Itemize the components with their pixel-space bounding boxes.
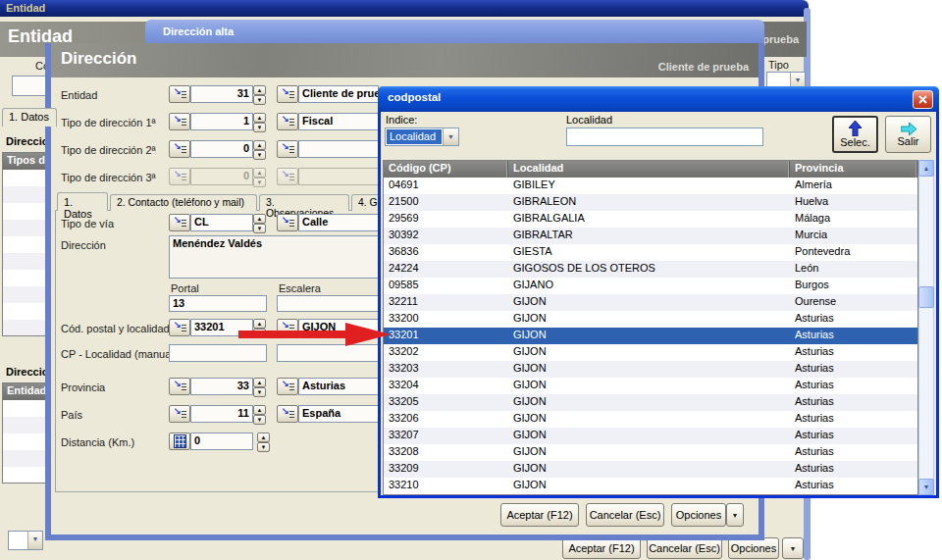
table-row[interactable]: 24224GIGOSOS DE LOS OTEROSLeón bbox=[384, 261, 917, 278]
pais-spinner[interactable]: ▲▼ bbox=[253, 405, 266, 423]
spinner-up-icon[interactable]: ▲ bbox=[253, 85, 266, 95]
escalera-field[interactable] bbox=[277, 295, 379, 312]
pais-lookup-button[interactable] bbox=[169, 405, 190, 423]
tipo1-lookup-button[interactable] bbox=[169, 113, 190, 130]
bg-cancelar-button[interactable]: Cancelar (Esc) bbox=[647, 537, 722, 559]
pais-name-lookup-button[interactable] bbox=[277, 405, 298, 423]
tipo2-spinner[interactable]: ▲▼ bbox=[253, 140, 266, 158]
indice-combobox[interactable]: Localidad ▼ bbox=[385, 127, 459, 146]
bg-bottom-combobox[interactable]: ▼ bbox=[8, 531, 43, 550]
entidad-lookup-button[interactable] bbox=[169, 85, 190, 103]
table-row[interactable]: 33208GIJONAsturias bbox=[384, 444, 917, 461]
table-row[interactable]: 33206GIJONAsturias bbox=[384, 411, 917, 428]
table-row[interactable]: 04691GIBILEYAlmería bbox=[384, 178, 917, 194]
table-row[interactable]: 33204GIJONAsturias bbox=[384, 378, 917, 394]
tipo-via-name-field[interactable]: Calle bbox=[298, 214, 379, 231]
entidad-spinner[interactable]: ▲▼ bbox=[253, 85, 266, 103]
provincia-name-lookup-button[interactable] bbox=[277, 378, 298, 395]
spinner-down-icon[interactable]: ▼ bbox=[253, 150, 266, 160]
table-row[interactable]: 36836GIESTAPontevedra bbox=[384, 244, 917, 261]
tab-observaciones[interactable]: 3. Observaciones bbox=[259, 194, 349, 211]
provincia-code-field[interactable]: 33 bbox=[190, 378, 253, 395]
distancia-spinner[interactable]: ▲▼ bbox=[257, 433, 270, 450]
column-header-codigo[interactable]: Código (CP) bbox=[384, 161, 508, 178]
selec-button[interactable]: Selec. bbox=[832, 116, 878, 153]
tipo-via-name-lookup-button[interactable] bbox=[277, 214, 298, 231]
tab-datos[interactable]: 1. Datos bbox=[57, 192, 108, 211]
tipo1-name-field[interactable]: Fiscal bbox=[298, 113, 379, 130]
entidad-tab-datos[interactable]: 1. Datos bbox=[2, 108, 57, 127]
tab-contacto[interactable]: 2. Contacto (teléfono y mail) bbox=[110, 194, 257, 211]
distancia-calculator-button[interactable] bbox=[169, 433, 190, 450]
spinner-down-icon[interactable]: ▼ bbox=[253, 123, 266, 132]
chevron-down-icon[interactable]: ▼ bbox=[27, 532, 42, 549]
table-row[interactable]: 29569GIBRALGALIAMálaga bbox=[384, 211, 917, 228]
portal-field[interactable]: 13 bbox=[169, 295, 267, 312]
table-row[interactable]: 30392GIBRALTARMurcia bbox=[384, 228, 917, 244]
direccion-alta-titlebar[interactable]: Dirección alta bbox=[145, 20, 764, 45]
spinner-up-icon[interactable]: ▲ bbox=[253, 378, 266, 387]
cod-postal-lookup-button[interactable] bbox=[169, 319, 190, 336]
dir-opciones-button[interactable]: Opciones bbox=[671, 503, 726, 527]
spinner-down-icon[interactable]: ▼ bbox=[253, 387, 266, 397]
bg-aceptar-button[interactable]: Aceptar (F12) bbox=[562, 537, 641, 559]
table-row[interactable]: 33205GIJONAsturias bbox=[384, 394, 917, 411]
entidad-name-field[interactable]: Cliente de prueba bbox=[298, 85, 379, 103]
tipo1-code-field[interactable]: 1 bbox=[190, 113, 253, 130]
pais-name-field[interactable]: España bbox=[298, 405, 379, 423]
table-row[interactable]: 33203GIJONAsturias bbox=[384, 361, 917, 378]
tipo2-name-lookup-button[interactable] bbox=[277, 140, 298, 158]
tipo-via-spinner[interactable]: ▲▼ bbox=[253, 214, 266, 231]
bg-opciones-button[interactable]: Opciones bbox=[728, 537, 779, 559]
entidad-code-field[interactable]: 31 bbox=[190, 85, 253, 103]
spinner-up-icon[interactable]: ▲ bbox=[253, 214, 266, 224]
tipo1-name-lookup-button[interactable] bbox=[277, 113, 298, 130]
provincia-lookup-button[interactable] bbox=[169, 378, 190, 395]
tipo-via-lookup-button[interactable] bbox=[169, 214, 190, 231]
table-row[interactable]: 09585GIJANOBurgos bbox=[384, 278, 917, 294]
spinner-down-icon[interactable]: ▼ bbox=[253, 224, 266, 233]
bg-opciones-dropdown-button[interactable]: ▼ bbox=[782, 537, 804, 559]
provincia-name-field[interactable]: Asturias bbox=[298, 378, 379, 395]
spinner-up-icon[interactable]: ▲ bbox=[253, 113, 266, 123]
spinner-up-icon[interactable]: ▲ bbox=[253, 140, 266, 150]
spinner-up-icon[interactable]: ▲ bbox=[257, 433, 270, 442]
table-scrollbar[interactable] bbox=[918, 160, 934, 495]
localidad-search-input[interactable] bbox=[566, 127, 763, 146]
tipo2-name-field[interactable] bbox=[298, 140, 379, 158]
distancia-field[interactable]: 0 bbox=[190, 433, 253, 450]
chevron-down-icon[interactable]: ▼ bbox=[443, 128, 458, 145]
table-row[interactable]: 33202GIJONAsturias bbox=[384, 344, 917, 361]
direccion-textarea[interactable]: Menéndez Valdés bbox=[169, 235, 379, 279]
entidad-name-lookup-button[interactable] bbox=[277, 85, 298, 103]
codpostal-titlebar[interactable]: codpostal bbox=[378, 86, 939, 112]
dir-cancelar-button[interactable]: Cancelar (Esc) bbox=[586, 503, 664, 527]
table-row[interactable]: 33200GIJONAsturias bbox=[384, 311, 917, 328]
table-row[interactable]: 32211GIJONOurense bbox=[384, 294, 917, 311]
codpostal-table-header[interactable]: Código (CP) Localidad Provincia bbox=[384, 161, 917, 178]
column-header-localidad[interactable]: Localidad bbox=[508, 161, 790, 178]
scroll-up-icon[interactable]: ▲ bbox=[918, 160, 934, 177]
dir-aceptar-button[interactable]: Aceptar (F12) bbox=[500, 503, 579, 527]
close-button[interactable] bbox=[913, 90, 933, 109]
scrollbar-thumb[interactable] bbox=[918, 286, 934, 308]
table-row[interactable]: 33209GIJONAsturias bbox=[384, 461, 917, 478]
entidad-titlebar[interactable]: Entidad bbox=[0, 0, 809, 17]
spinner-down-icon[interactable]: ▼ bbox=[253, 415, 266, 425]
column-header-provincia[interactable]: Provincia bbox=[790, 161, 917, 178]
salir-button[interactable]: Salir bbox=[885, 116, 931, 153]
spinner-down-icon[interactable]: ▼ bbox=[253, 95, 266, 105]
provincia-spinner[interactable]: ▲▼ bbox=[253, 378, 266, 395]
table-row[interactable]: 33210GIJONAsturias bbox=[384, 478, 917, 494]
tipo-via-code-field[interactable]: CL bbox=[190, 214, 253, 231]
scroll-down-icon[interactable]: ▼ bbox=[918, 479, 934, 495]
table-row[interactable]: 21500GIBRALEONHuelva bbox=[384, 194, 917, 211]
spinner-down-icon[interactable]: ▼ bbox=[257, 442, 270, 452]
tipo2-code-field[interactable]: 0 bbox=[190, 140, 253, 158]
table-row[interactable]: 33201GIJONAsturias bbox=[384, 328, 917, 344]
pais-code-field[interactable]: 11 bbox=[190, 405, 253, 423]
tipo1-spinner[interactable]: ▲▼ bbox=[253, 113, 266, 130]
dir-opciones-dropdown-button[interactable]: ▼ bbox=[726, 503, 744, 527]
tipo2-lookup-button[interactable] bbox=[169, 140, 190, 158]
table-row[interactable]: 33207GIJONAsturias bbox=[384, 428, 917, 444]
